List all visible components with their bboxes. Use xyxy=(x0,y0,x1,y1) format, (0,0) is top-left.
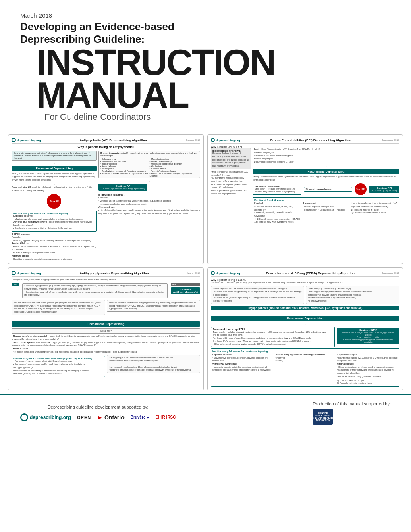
ap-stop-row: Stop AP xyxy=(12,193,97,209)
anti-address-box: Address potential contributors to hypogl… xyxy=(107,300,200,312)
centre-logo: CENTREFOR AGEING+ BRAIN HEALTHINNOVATION xyxy=(313,409,333,425)
anti-still-risk-box: Still at risk? xyxy=(12,328,200,334)
ppi-monitor-title: Monitor at 4 and 12 weeks xyxy=(254,199,398,201)
ap-card-title: Antipsychotic (AP) Deprescribing Algorit… xyxy=(43,138,184,142)
yes-badge: Yes xyxy=(12,283,19,286)
ppi-stop-box: Stop and use on-demand xyxy=(304,187,353,192)
continue-anti-section: ContinueAntihyperglycemic(s) xyxy=(171,287,200,294)
subtitle-label: For Guideline Coordinators xyxy=(44,112,391,122)
stop-ppi-button[interactable]: Stop PPI xyxy=(355,183,367,195)
bzra-connector2: ↓ xyxy=(211,322,399,326)
continue-ap-button[interactable]: Continue AP or consult psychiatrist if c… xyxy=(98,184,147,191)
ap-insomnia-section: If insomnia relapses: Consider: • Minimi… xyxy=(98,193,200,215)
ppi-left: Indication still unknown? If unsure, fin… xyxy=(211,148,251,195)
anti-individual-box: Set individualized A1C and blood glucose… xyxy=(12,300,105,315)
ap-connector1: ↓ xyxy=(12,161,97,165)
footer-deprescribing-logo: deprescribing.org xyxy=(20,413,71,421)
bzra-monitor-right: Use non-drug approaches to manage insomn… xyxy=(275,353,336,363)
ap-left-col: Psychosis, aggression, agitation (behavi… xyxy=(12,150,97,261)
date-label: March 2018 xyxy=(20,12,391,19)
footer-supported-label: Deprescribing guideline development supp… xyxy=(48,405,149,409)
bzra-taper-col: Taper and then stop BZRA Taper slowly in… xyxy=(211,327,335,347)
anti-monitor-col: Monitor daily for 1-2 weeks after each c… xyxy=(12,355,105,377)
bzra-monitor-box: Monitor every 1-2 weeks for duration of … xyxy=(211,348,399,387)
bzra-conditions-right: Other sleeping disorders (e.g. restless … xyxy=(306,286,399,304)
ap-card-header: deprescribing.org Antipsychotic (AP) Dep… xyxy=(12,138,200,144)
bzra-conditions-box1: Insomnia (is its own OR essence where un… xyxy=(211,286,304,304)
anti-monitor-box: Monitor daily for 1-2 weeks after each c… xyxy=(12,356,105,377)
continue-ppi-button[interactable]: Continue PPI or considering deprescribin… xyxy=(369,186,399,193)
anti-card-title: Antihyperglycemics Deprescribing Algorit… xyxy=(43,271,186,275)
bzra-action-row: Taper and then stop BZRA Taper slowly in… xyxy=(211,327,399,347)
ppi-card-title: Proton Pump Inhibitor (PPI) Deprescribin… xyxy=(242,138,380,142)
ppi-strong-rec: Strong Recommendation (from Systematic R… xyxy=(253,175,399,182)
bzra-logo: deprescribing.org xyxy=(211,271,240,275)
footer-open-logo: OPEN xyxy=(77,415,91,420)
logo-circle-icon xyxy=(12,138,16,142)
anti-middle-row: Set individualized A1C and blood glucose… xyxy=(12,300,200,315)
ppi-monitor-box: Monitor at 4 and 12 weeks If verbal • Ov… xyxy=(253,197,399,225)
ppi-decrease-box: Decrease to lower dose Step down — reduc… xyxy=(253,184,301,195)
ap-right-col: Primary insomnia treated for any duratio… xyxy=(98,150,200,261)
ap-right-connector: ↓ xyxy=(98,179,200,182)
stop-ap-button[interactable]: Stop AP xyxy=(47,194,61,209)
ap-monitor-box: Monitor every 1-2 weeks for duration of … xyxy=(12,211,97,232)
ppi-content: Indication still unknown? If unsure, fin… xyxy=(211,148,399,225)
ppi-question: Why is patient taking a PPI? xyxy=(211,145,399,148)
ppi-verbal-col: If verbal • Over-the-counter antacid, H2… xyxy=(254,202,301,224)
anti-set-individual: Set individualized A1C and blood glucose… xyxy=(12,300,105,315)
ppi-left-conditions: • Mild to moderate esophagitis at EGD tr… xyxy=(211,171,251,196)
anti-reduce-actions: • Reduce dose(s) or stop agent(s) — most… xyxy=(12,335,200,353)
bzra-conditions-row: Insomnia (is its own OR essence where un… xyxy=(211,286,399,304)
ap-recommend-box: Recommend Deprescribing xyxy=(12,166,97,171)
continue-anti-button[interactable]: ContinueAntihyperglycemic(s) xyxy=(171,287,200,294)
ap-monitor-details: Expected benefits: • May improve alertne… xyxy=(13,215,95,230)
anti-criteria: • At risk of hypoglycemia (e.g. due to a… xyxy=(22,283,168,298)
centre-logo-text: CENTREFOR AGEING+ BRAIN HEALTHINNOVATION xyxy=(313,412,333,421)
bzra-question: Why is patient taking a BZRA? xyxy=(211,278,399,281)
ap-logo: deprescribing.org xyxy=(12,138,41,142)
ap-card-date: October 2016 xyxy=(186,139,200,141)
bzra-card-title: Benzodiazepine & Z-Drug (BZRA) Deprescri… xyxy=(242,271,380,275)
no-badge: No xyxy=(171,283,200,286)
footer-ontario-logo: ► Ontario xyxy=(97,414,125,421)
page-header: March 2018 Developing an Evidence-based … xyxy=(0,0,411,134)
anti-monitor-row: Monitor daily for 1-2 weeks after each c… xyxy=(12,355,200,377)
continue-bzra-button[interactable]: Continue BZRA Minimize use of drugs that… xyxy=(337,328,399,344)
anti-criteria-row: Yes • At risk of hypoglycemia (e.g. due … xyxy=(12,283,200,298)
footer-cihr-logo: CIHR IRSC xyxy=(155,415,176,419)
ppi-decrease-col: Decrease to lower dose Step down — reduc… xyxy=(253,184,301,195)
bzra-monitor-benefits: Expected benefits: • May improve alertne… xyxy=(212,353,273,372)
ppi-card-header: deprescribing.org Proton Pump Inhibitor … xyxy=(211,138,399,144)
ap-bpsd-section: If BPSD relapses: Consider: • Non-drug a… xyxy=(12,233,97,261)
anti-still-risk-row: Still at risk? xyxy=(12,328,200,334)
algorithm-grid: deprescribing.org Antipsychotic (AP) Dep… xyxy=(0,134,411,390)
bzra-recommend-box: Recommend Deprescribing xyxy=(211,316,399,321)
anti-monitor-right-box: If antihyperglycemics continue and adver… xyxy=(107,355,200,373)
bzra-engage-box: Engage patients (discuss potential risks… xyxy=(211,306,399,310)
footer-logos-row: deprescribing.org OPEN ► Ontario Bruyère… xyxy=(20,413,176,421)
ppi-card-date: September 2016 xyxy=(382,139,399,141)
ppi-recommend-box: Recommend Deprescribing xyxy=(253,169,399,174)
ppi-right: • Peptic Ulcer Disease treated x 2-12 we… xyxy=(253,148,399,225)
ap-conditions-right: Primary insomnia treated for any duratio… xyxy=(98,151,200,178)
ap-condition-box1: Psychosis, aggression, agitation (behavi… xyxy=(12,151,97,161)
ap-question: Why is patient taking an antipsychotic? xyxy=(12,145,200,149)
footer: Deprescribing guideline development supp… xyxy=(0,394,411,431)
ap-strong-rec: Strong Recommendation (from Systematic R… xyxy=(12,172,97,182)
anti-monitor-right: If antihyperglycemics continue and adver… xyxy=(107,355,200,373)
bzra-conditions-box2: Other sleeping disorders (e.g. restless … xyxy=(306,286,399,304)
bzra-connector: ↓ xyxy=(211,311,399,315)
anti-card-date: March 2018 xyxy=(187,272,200,274)
anti-address-potential: Address potential contributors to hypogl… xyxy=(107,300,200,312)
bzra-question-detail: If unsure, find out if history of anxiet… xyxy=(211,281,399,284)
anti-card-header: deprescribing.org Antihyperglycemics Dep… xyxy=(12,271,200,277)
anti-no-section: No ContinueAntihyperglycemic(s) xyxy=(171,283,200,294)
bzra-logo-circle-icon xyxy=(211,271,215,275)
bzra-card-date: September 2018 xyxy=(382,272,399,274)
anti-logo-circle-icon xyxy=(12,271,16,275)
bzra-card-header: deprescribing.org Benzodiazepine & Z-Dru… xyxy=(211,271,399,277)
ppi-nonverbal-col: If non-verbal • Loss of appetite • Weigh… xyxy=(303,202,349,211)
anti-connector: ↓ xyxy=(12,317,200,320)
footer-right-section: Production of this manual supported by: … xyxy=(313,401,391,425)
